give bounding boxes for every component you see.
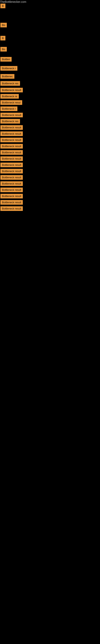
bottleneck-row-15: Bottleneck result	[0, 113, 100, 118]
bottleneck-label-15: Bottleneck result	[0, 113, 23, 117]
bottleneck-label-8: Bottleneck r	[0, 66, 17, 71]
bottleneck-label-30: Bottleneck result	[0, 206, 23, 211]
bottleneck-row-3: B	[0, 4, 100, 9]
bottleneck-label-26: Bottleneck result	[0, 181, 23, 186]
bottleneck-label-22: Bottleneck result	[0, 156, 23, 161]
bottleneck-label-24: Bottleneck result	[0, 169, 23, 174]
bottleneck-row-6: Bo	[0, 47, 100, 52]
bottleneck-row-22: Bottleneck result	[0, 156, 100, 162]
bottleneck-label-18: Bottleneck result	[0, 132, 23, 136]
bottleneck-row-30: Bottleneck result	[0, 206, 100, 211]
bottleneck-label-16: Bottleneck res	[0, 119, 20, 124]
bottleneck-label-11: Bottleneck result	[0, 88, 23, 92]
bottleneck-row-16: Bottleneck res	[0, 119, 100, 124]
bottleneck-label-23: Bottleneck result	[0, 162, 23, 167]
bottleneck-label-29: Bottleneck result	[0, 200, 23, 205]
bottleneck-row-7: Bottlen	[0, 57, 100, 62]
bottleneck-label-20: Bottleneck result	[0, 144, 23, 148]
bottleneck-label-10: Bottleneck res	[0, 81, 20, 86]
bottleneck-row-18: Bottleneck result	[0, 132, 100, 136]
bottleneck-label-7: Bottlen	[0, 57, 12, 62]
bottleneck-row-28: Bottleneck result	[0, 194, 100, 199]
bottleneck-label-19: Bottleneck result	[0, 138, 23, 142]
bottleneck-row-8: Bottleneck r	[0, 66, 100, 71]
bottleneck-label-14: Bottleneck r	[0, 106, 17, 111]
bottleneck-label-13: Bottleneck resul	[0, 100, 22, 105]
bottleneck-row-4: Bo	[0, 23, 100, 28]
bottleneck-row-20: Bottleneck result	[0, 144, 100, 149]
bottleneck-label-5: B	[0, 36, 5, 40]
bottleneck-row-21: Bottleneck result	[0, 150, 100, 155]
bottleneck-row-10: Bottleneck res	[0, 81, 100, 86]
bottleneck-row-12: Bottleneck re	[0, 94, 100, 99]
bottleneck-row-26: Bottleneck result	[0, 181, 100, 186]
bottleneck-label-25: Bottleneck result	[0, 175, 23, 180]
site-title-container: TheBottlenecker.com	[0, 0, 100, 4]
bottleneck-row-17: Bottleneck result	[0, 125, 100, 130]
bottleneck-row-19: Bottleneck result	[0, 138, 100, 143]
bottleneck-label-21: Bottleneck result	[0, 150, 23, 155]
bottleneck-label-4: Bo	[0, 23, 7, 27]
bottleneck-row-13: Bottleneck resul	[0, 100, 100, 105]
bottleneck-label-3: B	[0, 4, 5, 8]
bottleneck-label-6: Bo	[0, 47, 7, 52]
bottleneck-row-5: B	[0, 36, 100, 41]
bottleneck-row-27: Bottleneck result	[0, 188, 100, 192]
bottleneck-label-12: Bottleneck re	[0, 94, 19, 98]
bottleneck-row-14: Bottleneck r	[0, 106, 100, 112]
bottleneck-label-9: Bottlenec	[0, 74, 14, 79]
bottleneck-row-25: Bottleneck result	[0, 175, 100, 180]
bottleneck-row-23: Bottleneck result	[0, 162, 100, 168]
bottleneck-row-11: Bottleneck result	[0, 88, 100, 93]
bottleneck-row-9: Bottlenec	[0, 74, 100, 79]
bottleneck-row-29: Bottleneck result	[0, 200, 100, 205]
bottleneck-label-17: Bottleneck result	[0, 125, 23, 130]
bottleneck-row-24: Bottleneck result	[0, 169, 100, 174]
bottleneck-label-28: Bottleneck result	[0, 194, 23, 198]
bottleneck-label-27: Bottleneck result	[0, 188, 23, 192]
